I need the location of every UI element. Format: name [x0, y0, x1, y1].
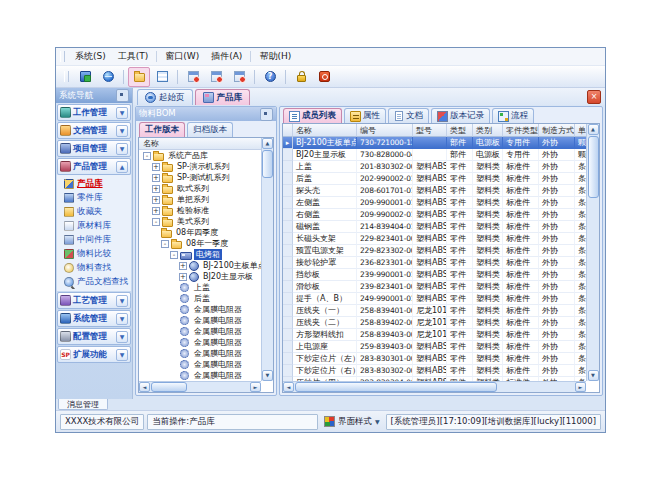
tab-产品库[interactable]: 产品库 [195, 89, 251, 105]
scrollbar-thumb[interactable] [262, 150, 273, 178]
tree-node[interactable]: -美式系列 [139, 216, 261, 227]
help-button[interactable] [259, 67, 281, 87]
column-header-单位[interactable]: 单位 [575, 124, 586, 137]
table-row[interactable]: 探头壳208-601701-01I塑料ABS零件塑料类标准件外协条 [283, 185, 586, 197]
tree-node[interactable]: +BJ-2100主板单点 [139, 260, 261, 271]
tree-node[interactable]: +检验标准 [139, 205, 261, 216]
tree-horizontal-scrollbar[interactable]: ◄ ► [139, 381, 261, 392]
tree-node[interactable]: 金属膜电阻器 [139, 304, 261, 315]
window-badge-button[interactable] [205, 67, 227, 87]
expand-icon[interactable]: + [152, 163, 160, 171]
collapse-icon[interactable]: - [161, 240, 169, 248]
expand-icon[interactable]: + [179, 262, 187, 270]
table-vertical-scrollbar[interactable]: ▲ ▼ [586, 124, 599, 381]
table-row[interactable]: 右侧盖209-990002-01I塑料ABS零件塑料类标准件外协条 [283, 209, 586, 221]
collapse-icon[interactable]: - [143, 152, 151, 160]
chevron-down-icon[interactable]: ▼ [116, 125, 128, 137]
table-horizontal-scrollbar[interactable]: ◄ ► [283, 381, 586, 392]
chevron-down-icon[interactable]: ▼ [116, 107, 128, 119]
table-row[interactable]: 下纱定位片（右）283-830302-00I塑料ABS零件塑料类标准件外协条 [283, 365, 586, 377]
chevron-down-icon[interactable]: ▼ [116, 295, 128, 307]
table-row[interactable]: 下纱定位片（左）283-830301-00I塑料ABS零件塑料类标准件外协条 [283, 353, 586, 365]
sidebar-group-系统管理[interactable]: 系统管理▼ [57, 310, 131, 327]
expand-icon[interactable]: + [152, 207, 160, 215]
table-row[interactable]: 方形塑料线扣258-839403-00I尼龙1010零件塑料类标准件外协条 [283, 329, 586, 341]
table-row[interactable]: 压线夹（一）258-839401-00I尼龙1010零件塑料类标准件外协条 [283, 305, 586, 317]
chevron-down-icon[interactable]: ▼ [116, 349, 128, 361]
scroll-left-icon[interactable]: ◄ [283, 382, 294, 392]
globe-button[interactable] [97, 67, 119, 87]
tab-流程[interactable]: 流程 [492, 108, 534, 123]
menu-item[interactable]: 帮助(H) [253, 49, 297, 64]
tab-属性[interactable]: 属性 [344, 108, 386, 123]
table-row[interactable]: BJ20主显示板730-828000-04I部件电源板专用件外协颗 [283, 149, 586, 161]
scrollbar-thumb[interactable] [295, 382, 497, 392]
exit-button[interactable] [313, 67, 335, 87]
tree-node[interactable]: 金属膜电阻器 [139, 359, 261, 370]
window-badge-button[interactable] [228, 67, 250, 87]
tree-node[interactable]: +SP-测试机系列 [139, 172, 261, 183]
menu-item[interactable]: 插件(A) [205, 49, 248, 64]
message-manager-tab[interactable]: 消息管理 [58, 399, 108, 410]
table-row[interactable]: 滑纱板239-823401-00I塑料ABS零件塑料类标准件外协条 [283, 281, 586, 293]
tree-node[interactable]: 上盖 [139, 282, 261, 293]
column-header-编号[interactable]: 编号 [357, 124, 413, 137]
tree-node[interactable]: 金属膜电阻器 [139, 326, 261, 337]
tree-node[interactable]: 金属膜电阻器 [139, 370, 261, 381]
sidebar-item-物料比较[interactable]: 物料比较 [57, 247, 131, 261]
sidebar-item-产品文档查找[interactable]: 产品文档查找 [57, 275, 131, 289]
column-header-名称[interactable]: 名称 [293, 124, 357, 137]
scroll-up-icon[interactable]: ▲ [588, 124, 599, 135]
chevron-down-icon[interactable]: ▼ [116, 313, 128, 325]
tree-node[interactable]: -系统产品库 [139, 150, 261, 161]
sidebar-item-物料查找[interactable]: 物料查找 [57, 261, 131, 275]
sidebar-item-原材料库[interactable]: 原材料库 [57, 219, 131, 233]
tree-node[interactable]: 08年四季度 [139, 227, 261, 238]
scroll-right-icon[interactable]: ► [575, 382, 586, 392]
sidebar-item-产品库[interactable]: 产品库 [57, 177, 131, 191]
pin-icon[interactable] [116, 89, 129, 102]
grid-button[interactable] [151, 67, 173, 87]
column-header-制造方式[interactable]: 制造方式 [539, 124, 575, 137]
chevron-down-icon[interactable]: ▼ [116, 331, 128, 343]
scroll-up-icon[interactable]: ▲ [262, 138, 273, 149]
table-row[interactable]: 后盖202-990002-01I塑料ABS零件塑料类标准件外协条 [283, 173, 586, 185]
scroll-right-icon[interactable]: ► [250, 382, 261, 392]
tree-node[interactable]: +单把系列 [139, 194, 261, 205]
table-row[interactable]: 长磁头支架229-823401-00I塑料ABS零件塑料类标准件外协条 [283, 233, 586, 245]
folder-window-button[interactable] [128, 67, 150, 87]
close-icon[interactable]: × [587, 90, 601, 104]
tree-node[interactable]: 金属膜电阻器 [139, 315, 261, 326]
table-row[interactable]: ▸BJ-2100主板单点730-721000-12I部件电源板专用件外协颗 [283, 137, 586, 149]
table-row[interactable]: 预置电源支架229-823302-00I塑料ABS零件塑料类标准件外协条 [283, 245, 586, 257]
table-row[interactable]: 上盖201-830302-00I塑料ABS零件塑料类标准件外协条 [283, 161, 586, 173]
tab-工作版本[interactable]: 工作版本 [139, 122, 185, 137]
tree-node[interactable]: 金属膜电阻器 [139, 337, 261, 348]
menu-item[interactable]: 工具(T) [112, 49, 155, 64]
scroll-down-icon[interactable]: ▼ [588, 370, 599, 381]
ui-style-dropdown[interactable]: 界面样式 ▼ [321, 415, 383, 429]
sidebar-item-零件库[interactable]: 零件库 [57, 191, 131, 205]
sidebar-group-工艺管理[interactable]: 工艺管理▼ [57, 292, 131, 309]
tree-node[interactable]: +SP-演示机系列 [139, 161, 261, 172]
scrollbar-thumb[interactable] [151, 382, 187, 392]
tab-成员列表[interactable]: 成员列表 [283, 108, 342, 123]
table-row[interactable]: 提手（A、B）249-990001-01I塑料ABS零件塑料类标准件外协条 [283, 293, 586, 305]
table-row[interactable]: 左侧盖209-990001-01I塑料ABS零件塑料类标准件外协条 [283, 197, 586, 209]
column-header-类型[interactable]: 类型 [447, 124, 473, 137]
tree-vertical-scrollbar[interactable]: ▲ ▼ [261, 138, 273, 381]
sidebar-group-扩展功能[interactable]: 扩展功能▼ [57, 346, 131, 363]
tree-column-header[interactable]: 名称 [139, 138, 261, 150]
table-row[interactable]: 压线夹（二）258-839402-00I尼龙1010零件塑料类标准件外协条 [283, 317, 586, 329]
expand-icon[interactable]: + [179, 273, 187, 281]
scroll-down-icon[interactable]: ▼ [262, 370, 273, 381]
tree-node[interactable]: 后盖 [139, 293, 261, 304]
lock-button[interactable] [290, 67, 312, 87]
scrollbar-thumb[interactable] [588, 136, 599, 198]
expand-icon[interactable]: + [152, 196, 160, 204]
tab-版本记录[interactable]: 版本记录 [431, 108, 490, 123]
sidebar-group-产品管理[interactable]: 产品管理▲ [57, 158, 131, 175]
table-row[interactable]: 磁钢盖214-839404-01I塑料ABS零件塑料类标准件外协条 [283, 221, 586, 233]
sidebar-item-收藏夹[interactable]: 收藏夹 [57, 205, 131, 219]
sidebar-group-工作管理[interactable]: 工作管理▼ [57, 104, 131, 121]
